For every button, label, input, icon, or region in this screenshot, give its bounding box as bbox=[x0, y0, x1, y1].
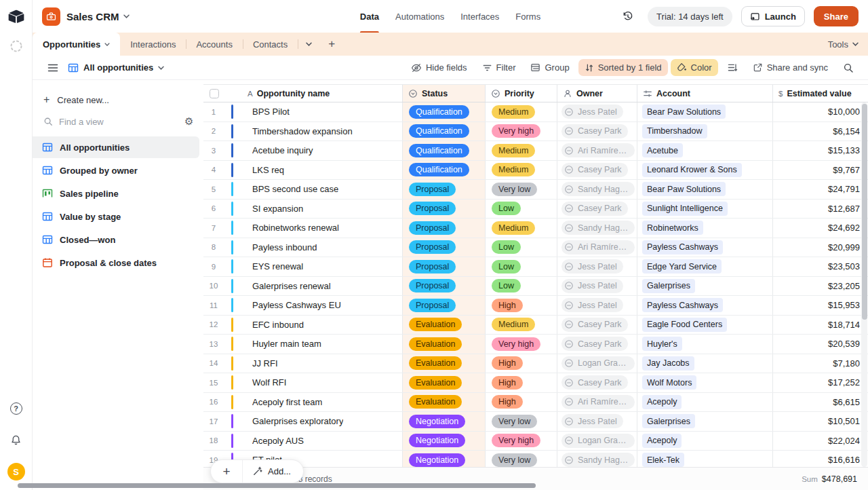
opportunity-name-cell[interactable]: SI expansion bbox=[252, 204, 303, 214]
owner-chip[interactable]: Casey Park bbox=[561, 318, 628, 332]
vertical-scrollbar[interactable] bbox=[861, 102, 867, 467]
account-cell[interactable]: Acetube bbox=[637, 141, 773, 160]
account-cell[interactable]: Leonard Krower & Sons bbox=[637, 161, 773, 180]
sidebar-view-item[interactable]: Closed—won bbox=[33, 229, 199, 250]
table-row[interactable]: 4 LKS req Qualification Medium bbox=[203, 161, 868, 181]
status-cell[interactable]: Proposal bbox=[403, 180, 486, 199]
column-summary[interactable]: Sum $478,691 bbox=[802, 474, 857, 484]
base-icon[interactable] bbox=[42, 7, 60, 26]
owner-chip[interactable]: Logan Grandmont bbox=[561, 434, 635, 448]
status-badge[interactable]: Proposal bbox=[409, 260, 456, 274]
owner-cell[interactable]: Ari Ramírez-Medina bbox=[557, 238, 637, 257]
history-icon[interactable] bbox=[622, 11, 633, 22]
status-cell[interactable]: Evaluation bbox=[403, 335, 486, 354]
account-cell[interactable]: Acepoly bbox=[637, 432, 773, 451]
tab-contacts[interactable]: Contacts bbox=[243, 33, 298, 56]
priority-badge[interactable]: Low bbox=[492, 260, 521, 274]
opportunity-name-cell[interactable]: JJ RFI bbox=[252, 358, 278, 369]
priority-cell[interactable]: Medium bbox=[486, 161, 557, 180]
table-row[interactable]: 8 Payless inbound Proposal Low bbox=[203, 238, 868, 258]
current-view-switcher[interactable]: All opportunities bbox=[68, 62, 164, 73]
account-cell[interactable]: Galerprises bbox=[637, 412, 773, 431]
account-chip[interactable]: Sunlight Intelligence bbox=[642, 202, 728, 216]
estimated-value-cell[interactable]: $10,000 bbox=[773, 102, 868, 121]
owner-cell[interactable]: Ari Ramírez-Medina bbox=[557, 141, 637, 160]
status-cell[interactable]: Evaluation bbox=[403, 354, 486, 373]
sidebar-view-item[interactable]: Grouped by owner bbox=[33, 159, 199, 181]
estimated-value-cell[interactable]: $9,767 bbox=[773, 161, 868, 180]
status-cell[interactable]: Proposal bbox=[403, 238, 486, 257]
estimated-value-cell[interactable]: $20,999 bbox=[773, 238, 868, 257]
table-row[interactable]: 2 Timbershadow expansion Qualification V… bbox=[203, 122, 868, 142]
owner-cell[interactable]: Casey Park bbox=[557, 335, 637, 354]
priority-cell[interactable]: Low bbox=[486, 257, 557, 276]
estimated-value-cell[interactable]: $7,180 bbox=[773, 354, 868, 373]
trial-badge[interactable]: Trial: 14 days left bbox=[648, 7, 732, 26]
owner-cell[interactable]: Sandy Hagen bbox=[557, 219, 637, 238]
search-button[interactable] bbox=[837, 59, 860, 77]
share-button[interactable]: Share bbox=[814, 6, 859, 26]
table-row[interactable]: 3 Acetube inquiry Qualification Medium bbox=[203, 141, 868, 161]
priority-badge[interactable]: Very high bbox=[492, 434, 540, 447]
share-and-sync-button[interactable]: Share and sync bbox=[747, 59, 834, 76]
priority-cell[interactable]: Medium bbox=[486, 141, 557, 160]
account-cell[interactable]: Robinetworks bbox=[637, 219, 773, 238]
opportunity-name-cell[interactable]: EFC inbound bbox=[252, 320, 304, 330]
priority-cell[interactable]: Low bbox=[486, 200, 557, 219]
account-cell[interactable]: Payless Cashways bbox=[637, 238, 773, 257]
nav-interfaces[interactable]: Interfaces bbox=[460, 0, 499, 33]
owner-chip[interactable]: Jess Patel bbox=[561, 414, 623, 428]
sort-button[interactable]: Sorted by 1 field bbox=[578, 59, 668, 76]
table-row[interactable]: 11 Payless Cashways EU Proposal High bbox=[203, 296, 868, 316]
chevron-down-icon[interactable] bbox=[123, 14, 130, 18]
owner-chip[interactable]: Ari Ramírez-Medina bbox=[561, 240, 635, 255]
status-cell[interactable]: Negotiation bbox=[403, 412, 486, 431]
owner-chip[interactable]: Jess Patel bbox=[561, 259, 623, 274]
estimated-value-cell[interactable]: $23,205 bbox=[773, 277, 868, 296]
tab-opportunities[interactable]: Opportunities bbox=[33, 33, 120, 56]
hide-fields-button[interactable]: Hide fields bbox=[405, 59, 473, 77]
owner-cell[interactable]: Casey Park bbox=[557, 373, 637, 392]
status-cell[interactable]: Evaluation bbox=[403, 316, 486, 335]
priority-cell[interactable]: Very high bbox=[486, 122, 557, 141]
status-badge[interactable]: Qualification bbox=[409, 163, 469, 176]
priority-badge[interactable]: Medium bbox=[492, 318, 535, 331]
estimated-value-cell[interactable]: $12,687 bbox=[773, 200, 868, 219]
priority-badge[interactable]: Very high bbox=[492, 337, 540, 351]
owner-chip[interactable]: Sandy Hagen bbox=[561, 453, 635, 467]
status-cell[interactable]: Qualification bbox=[403, 141, 486, 160]
estimated-value-cell[interactable]: $10,501 bbox=[773, 412, 868, 431]
account-chip[interactable]: Jay Jacobs bbox=[642, 356, 694, 371]
account-cell[interactable]: Timbershadow bbox=[637, 122, 773, 141]
table-row[interactable]: 14 JJ RFI Evaluation High bbox=[203, 354, 868, 374]
estimated-value-cell[interactable]: $24,791 bbox=[773, 180, 868, 199]
add-with-ai-button[interactable]: Add... bbox=[242, 460, 303, 483]
owner-cell[interactable]: Jess Patel bbox=[557, 102, 637, 121]
account-chip[interactable]: Acepoly bbox=[642, 395, 682, 409]
owner-cell[interactable]: Sandy Hagen bbox=[557, 180, 637, 199]
owner-chip[interactable]: Casey Park bbox=[561, 202, 628, 216]
status-badge[interactable]: Evaluation bbox=[409, 337, 462, 351]
owner-cell[interactable]: Ari Ramírez-Medina bbox=[557, 393, 637, 412]
tools-menu[interactable]: Tools bbox=[828, 39, 859, 50]
priority-cell[interactable]: Medium bbox=[486, 219, 557, 238]
opportunity-name-cell[interactable]: Timbershadow expansion bbox=[252, 126, 353, 136]
status-badge[interactable]: Evaluation bbox=[409, 318, 462, 331]
gear-icon[interactable]: ⚙ bbox=[184, 115, 193, 128]
estimated-value-cell[interactable]: $6,154 bbox=[773, 122, 868, 141]
estimated-value-cell[interactable]: $24,692 bbox=[773, 219, 868, 238]
account-cell[interactable]: Edge Yard Service bbox=[637, 257, 773, 276]
status-badge[interactable]: Negotiation bbox=[409, 453, 465, 467]
status-cell[interactable]: Proposal bbox=[403, 277, 486, 296]
estimated-value-cell[interactable]: $15,953 bbox=[773, 296, 868, 315]
account-chip[interactable]: Wolf Motors bbox=[642, 375, 696, 390]
account-chip[interactable]: Timbershadow bbox=[642, 124, 707, 138]
priority-cell[interactable]: High bbox=[486, 296, 557, 315]
status-badge[interactable]: Evaluation bbox=[409, 356, 462, 370]
estimated-value-cell[interactable]: $17,252 bbox=[773, 373, 868, 392]
column-header-owner[interactable]: Owner bbox=[557, 85, 637, 102]
table-row[interactable]: 17 Galerprises exploratory Negotiation V… bbox=[203, 412, 868, 432]
account-cell[interactable]: Eagle Food Centers bbox=[637, 316, 773, 335]
status-badge[interactable]: Qualification bbox=[409, 144, 469, 157]
row-height-button[interactable] bbox=[721, 59, 744, 76]
